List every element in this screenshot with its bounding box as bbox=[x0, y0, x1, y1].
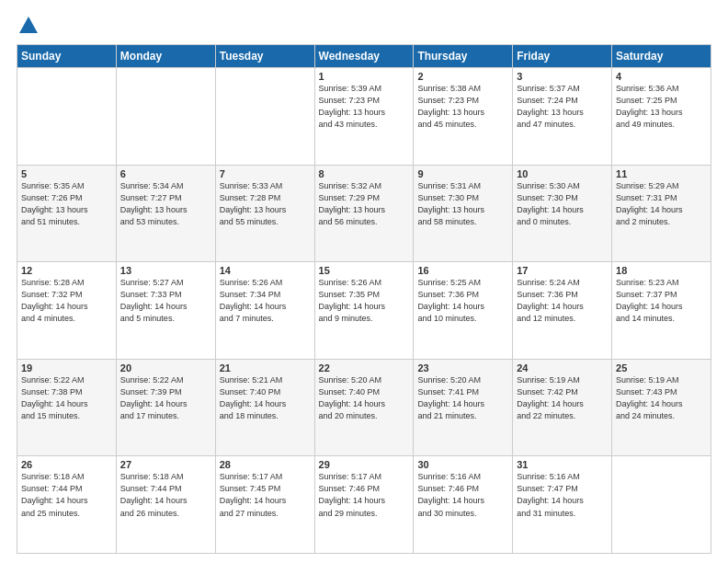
day-number: 2 bbox=[417, 71, 508, 82]
calendar-cell: 24Sunrise: 5:19 AM Sunset: 7:42 PM Dayli… bbox=[513, 359, 612, 456]
calendar-week-row: 12Sunrise: 5:28 AM Sunset: 7:32 PM Dayli… bbox=[17, 262, 711, 360]
day-number: 8 bbox=[319, 168, 410, 179]
calendar-week-row: 5Sunrise: 5:35 AM Sunset: 7:26 PM Daylig… bbox=[17, 165, 711, 262]
day-number: 5 bbox=[21, 168, 112, 179]
calendar-cell bbox=[17, 68, 117, 166]
day-info: Sunrise: 5:29 AM Sunset: 7:31 PM Dayligh… bbox=[616, 180, 707, 228]
calendar-cell: 16Sunrise: 5:25 AM Sunset: 7:36 PM Dayli… bbox=[414, 262, 513, 360]
day-info: Sunrise: 5:19 AM Sunset: 7:42 PM Dayligh… bbox=[517, 374, 608, 422]
day-info: Sunrise: 5:16 AM Sunset: 7:47 PM Dayligh… bbox=[517, 471, 608, 519]
day-number: 17 bbox=[517, 265, 608, 276]
day-info: Sunrise: 5:35 AM Sunset: 7:26 PM Dayligh… bbox=[21, 180, 112, 228]
calendar-table: SundayMondayTuesdayWednesdayThursdayFrid… bbox=[17, 44, 711, 554]
day-info: Sunrise: 5:20 AM Sunset: 7:40 PM Dayligh… bbox=[319, 374, 410, 422]
day-info: Sunrise: 5:30 AM Sunset: 7:30 PM Dayligh… bbox=[517, 180, 608, 228]
calendar-cell: 19Sunrise: 5:22 AM Sunset: 7:38 PM Dayli… bbox=[17, 359, 117, 456]
day-number: 6 bbox=[120, 168, 211, 179]
weekday-header-sunday: Sunday bbox=[17, 45, 117, 68]
calendar-cell: 9Sunrise: 5:31 AM Sunset: 7:30 PM Daylig… bbox=[414, 165, 513, 262]
day-number: 7 bbox=[220, 168, 311, 179]
weekday-header-thursday: Thursday bbox=[414, 45, 513, 68]
day-info: Sunrise: 5:23 AM Sunset: 7:37 PM Dayligh… bbox=[616, 277, 707, 325]
day-info: Sunrise: 5:17 AM Sunset: 7:46 PM Dayligh… bbox=[319, 471, 410, 519]
day-number: 26 bbox=[21, 459, 112, 470]
day-number: 25 bbox=[616, 362, 707, 373]
calendar-cell: 4Sunrise: 5:36 AM Sunset: 7:25 PM Daylig… bbox=[612, 68, 711, 166]
day-info: Sunrise: 5:18 AM Sunset: 7:44 PM Dayligh… bbox=[120, 471, 211, 519]
day-info: Sunrise: 5:20 AM Sunset: 7:41 PM Dayligh… bbox=[417, 374, 508, 422]
calendar-cell: 27Sunrise: 5:18 AM Sunset: 7:44 PM Dayli… bbox=[116, 456, 215, 554]
calendar-cell: 25Sunrise: 5:19 AM Sunset: 7:43 PM Dayli… bbox=[612, 359, 711, 456]
calendar-cell: 5Sunrise: 5:35 AM Sunset: 7:26 PM Daylig… bbox=[17, 165, 117, 262]
weekday-header-tuesday: Tuesday bbox=[215, 45, 314, 68]
day-number: 11 bbox=[616, 168, 707, 179]
day-number: 3 bbox=[517, 71, 608, 82]
calendar-cell: 18Sunrise: 5:23 AM Sunset: 7:37 PM Dayli… bbox=[612, 262, 711, 360]
day-info: Sunrise: 5:26 AM Sunset: 7:35 PM Dayligh… bbox=[319, 277, 410, 325]
calendar-cell: 14Sunrise: 5:26 AM Sunset: 7:34 PM Dayli… bbox=[215, 262, 314, 360]
calendar-cell bbox=[612, 456, 711, 554]
weekday-header-wednesday: Wednesday bbox=[314, 45, 414, 68]
day-info: Sunrise: 5:27 AM Sunset: 7:33 PM Dayligh… bbox=[120, 277, 211, 325]
day-number: 23 bbox=[417, 362, 508, 373]
day-number: 22 bbox=[319, 362, 410, 373]
calendar-cell: 3Sunrise: 5:37 AM Sunset: 7:24 PM Daylig… bbox=[513, 68, 612, 166]
calendar-cell: 13Sunrise: 5:27 AM Sunset: 7:33 PM Dayli… bbox=[116, 262, 215, 360]
day-info: Sunrise: 5:17 AM Sunset: 7:45 PM Dayligh… bbox=[220, 471, 311, 519]
calendar-cell bbox=[215, 68, 314, 166]
calendar-cell: 30Sunrise: 5:16 AM Sunset: 7:46 PM Dayli… bbox=[414, 456, 513, 554]
day-info: Sunrise: 5:39 AM Sunset: 7:23 PM Dayligh… bbox=[319, 83, 410, 131]
day-number: 13 bbox=[120, 265, 211, 276]
calendar-cell: 11Sunrise: 5:29 AM Sunset: 7:31 PM Dayli… bbox=[612, 165, 711, 262]
weekday-header-friday: Friday bbox=[513, 45, 612, 68]
day-info: Sunrise: 5:32 AM Sunset: 7:29 PM Dayligh… bbox=[319, 180, 410, 228]
weekday-header-saturday: Saturday bbox=[612, 45, 711, 68]
day-info: Sunrise: 5:31 AM Sunset: 7:30 PM Dayligh… bbox=[417, 180, 508, 228]
day-info: Sunrise: 5:38 AM Sunset: 7:23 PM Dayligh… bbox=[417, 83, 508, 131]
calendar-cell: 1Sunrise: 5:39 AM Sunset: 7:23 PM Daylig… bbox=[314, 68, 414, 166]
day-info: Sunrise: 5:18 AM Sunset: 7:44 PM Dayligh… bbox=[21, 471, 112, 519]
day-info: Sunrise: 5:19 AM Sunset: 7:43 PM Dayligh… bbox=[616, 374, 707, 422]
calendar-week-row: 19Sunrise: 5:22 AM Sunset: 7:38 PM Dayli… bbox=[17, 359, 711, 456]
day-number: 31 bbox=[517, 459, 608, 470]
day-number: 10 bbox=[517, 168, 608, 179]
calendar-cell: 6Sunrise: 5:34 AM Sunset: 7:27 PM Daylig… bbox=[116, 165, 215, 262]
day-number: 30 bbox=[417, 459, 508, 470]
day-number: 12 bbox=[21, 265, 112, 276]
calendar-cell: 20Sunrise: 5:22 AM Sunset: 7:39 PM Dayli… bbox=[116, 359, 215, 456]
day-number: 19 bbox=[21, 362, 112, 373]
calendar-cell: 26Sunrise: 5:18 AM Sunset: 7:44 PM Dayli… bbox=[17, 456, 117, 554]
logo-triangle-icon bbox=[19, 17, 38, 33]
header bbox=[17, 17, 711, 35]
day-info: Sunrise: 5:28 AM Sunset: 7:32 PM Dayligh… bbox=[21, 277, 112, 325]
calendar-cell: 31Sunrise: 5:16 AM Sunset: 7:47 PM Dayli… bbox=[513, 456, 612, 554]
calendar-cell: 23Sunrise: 5:20 AM Sunset: 7:41 PM Dayli… bbox=[414, 359, 513, 456]
day-info: Sunrise: 5:36 AM Sunset: 7:25 PM Dayligh… bbox=[616, 83, 707, 131]
logo bbox=[17, 17, 38, 35]
day-info: Sunrise: 5:22 AM Sunset: 7:38 PM Dayligh… bbox=[21, 374, 112, 422]
day-info: Sunrise: 5:33 AM Sunset: 7:28 PM Dayligh… bbox=[220, 180, 311, 228]
calendar-cell: 15Sunrise: 5:26 AM Sunset: 7:35 PM Dayli… bbox=[314, 262, 414, 360]
calendar-cell: 21Sunrise: 5:21 AM Sunset: 7:40 PM Dayli… bbox=[215, 359, 314, 456]
day-info: Sunrise: 5:26 AM Sunset: 7:34 PM Dayligh… bbox=[220, 277, 311, 325]
calendar-cell: 8Sunrise: 5:32 AM Sunset: 7:29 PM Daylig… bbox=[314, 165, 414, 262]
day-info: Sunrise: 5:37 AM Sunset: 7:24 PM Dayligh… bbox=[517, 83, 608, 131]
day-info: Sunrise: 5:25 AM Sunset: 7:36 PM Dayligh… bbox=[417, 277, 508, 325]
day-number: 27 bbox=[120, 459, 211, 470]
weekday-header-monday: Monday bbox=[116, 45, 215, 68]
calendar-week-row: 1Sunrise: 5:39 AM Sunset: 7:23 PM Daylig… bbox=[17, 68, 711, 166]
calendar-cell: 29Sunrise: 5:17 AM Sunset: 7:46 PM Dayli… bbox=[314, 456, 414, 554]
day-number: 21 bbox=[220, 362, 311, 373]
calendar-cell: 2Sunrise: 5:38 AM Sunset: 7:23 PM Daylig… bbox=[414, 68, 513, 166]
day-info: Sunrise: 5:22 AM Sunset: 7:39 PM Dayligh… bbox=[120, 374, 211, 422]
calendar-cell: 12Sunrise: 5:28 AM Sunset: 7:32 PM Dayli… bbox=[17, 262, 117, 360]
calendar-cell: 22Sunrise: 5:20 AM Sunset: 7:40 PM Dayli… bbox=[314, 359, 414, 456]
day-info: Sunrise: 5:34 AM Sunset: 7:27 PM Dayligh… bbox=[120, 180, 211, 228]
day-number: 9 bbox=[417, 168, 508, 179]
calendar-cell: 17Sunrise: 5:24 AM Sunset: 7:36 PM Dayli… bbox=[513, 262, 612, 360]
calendar-cell: 10Sunrise: 5:30 AM Sunset: 7:30 PM Dayli… bbox=[513, 165, 612, 262]
calendar-cell: 7Sunrise: 5:33 AM Sunset: 7:28 PM Daylig… bbox=[215, 165, 314, 262]
day-number: 4 bbox=[616, 71, 707, 82]
day-number: 1 bbox=[319, 71, 410, 82]
weekday-header-row: SundayMondayTuesdayWednesdayThursdayFrid… bbox=[17, 45, 711, 68]
